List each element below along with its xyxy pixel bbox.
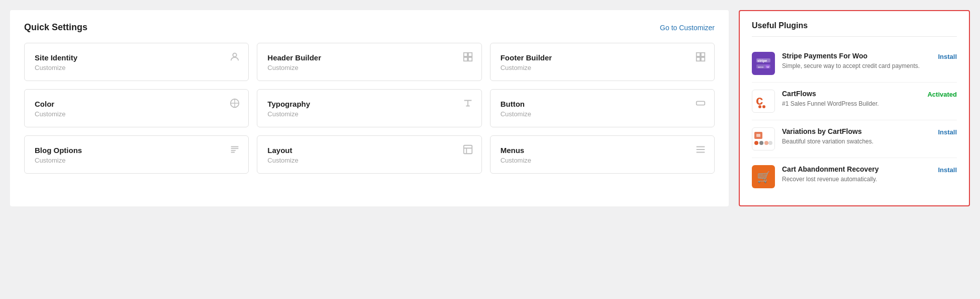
grid-icon — [695, 51, 706, 62]
svg-point-23 — [754, 141, 758, 145]
grid-item-footer-builder[interactable]: Footer Builder Customize — [490, 43, 715, 81]
color-icon — [229, 98, 240, 109]
svg-rect-22 — [756, 134, 760, 137]
quick-settings-title: Quick Settings — [24, 22, 87, 33]
stripe-plugin-desc: Simple, secure way to accept credit card… — [782, 61, 931, 70]
grid-item-sub: Customize — [501, 157, 704, 164]
grid-item-sub: Customize — [267, 110, 471, 118]
stripe-plugin-name: Stripe Payments For Woo — [782, 52, 931, 60]
go-to-customizer-link[interactable]: Go to Customizer — [660, 24, 715, 32]
cart-abandon-install-button[interactable]: Install — [938, 166, 957, 174]
grid-item-header-builder[interactable]: Header Builder Customize — [257, 43, 481, 81]
grid-item-title: Menus — [501, 146, 704, 155]
plugin-item-cart-abandon: 🛒 Cart Abandonment Recovery Recover lost… — [752, 158, 957, 195]
svg-rect-5 — [697, 53, 700, 56]
svg-rect-2 — [468, 53, 472, 56]
grid-item-sub: Customize — [35, 110, 238, 118]
grid-item-title: Site Identity — [35, 53, 238, 62]
plugin-item-cartflows: c CartFlows #1 Sales Funnel WordPress Bu… — [752, 83, 957, 120]
main-container: Quick Settings Go to Customizer Site Ide… — [10, 10, 970, 206]
cart-abandon-plugin-icon: 🛒 — [752, 165, 775, 188]
settings-grid: Site Identity Customize Header Builder C… — [24, 43, 715, 174]
grid-item-title: Layout — [267, 146, 471, 155]
grid-item-menus[interactable]: Menus Customize — [490, 135, 715, 174]
svg-point-0 — [233, 53, 237, 57]
svg-text:W: W — [766, 65, 769, 68]
grid-item-sub: Customize — [35, 157, 238, 164]
svg-rect-10 — [697, 101, 705, 105]
menu-icon — [695, 144, 706, 155]
grid-item-sub: Customize — [267, 157, 471, 164]
grid-item-sub: Customize — [35, 64, 238, 71]
type-icon — [462, 98, 473, 109]
cartflows-plugin-icon: c — [752, 90, 775, 113]
cart-abandon-plugin-name: Cart Abandonment Recovery — [782, 165, 931, 173]
variations-install-button[interactable]: Install — [938, 128, 957, 136]
grid-item-title: Button — [501, 100, 704, 108]
grid-item-layout[interactable]: Layout Customize — [257, 135, 481, 174]
grid-item-title: Typography — [267, 100, 471, 108]
useful-plugins-title: Useful Plugins — [752, 21, 957, 37]
svg-point-26 — [768, 141, 772, 145]
grid-item-title: Header Builder — [267, 53, 471, 62]
button-icon — [695, 98, 706, 109]
grid-icon — [462, 51, 473, 62]
svg-point-24 — [759, 141, 763, 145]
variations-plugin-name: Variations by CartFlows — [782, 127, 931, 135]
svg-rect-3 — [463, 57, 467, 61]
svg-rect-7 — [697, 57, 700, 61]
plugin-item-stripe: stripe woo W Stripe Payments For Woo Sim… — [752, 45, 957, 83]
cartflows-plugin-info: CartFlows #1 Sales Funnel WordPress Buil… — [782, 90, 920, 108]
variations-plugin-desc: Beautiful store variation swatches. — [782, 137, 931, 146]
user-icon — [229, 51, 240, 62]
grid-item-title: Color — [35, 100, 238, 108]
svg-rect-11 — [463, 145, 472, 154]
grid-item-sub: Customize — [501, 110, 704, 118]
svg-point-25 — [764, 141, 768, 145]
grid-item-sub: Customize — [501, 64, 704, 71]
cartflows-plugin-name: CartFlows — [782, 90, 920, 98]
grid-item-sub: Customize — [267, 64, 471, 71]
grid-item-color[interactable]: Color Customize — [24, 89, 249, 127]
cart-abandon-plugin-info: Cart Abandonment Recovery Recover lost r… — [782, 165, 931, 184]
svg-text:🛒: 🛒 — [757, 170, 771, 184]
grid-item-button[interactable]: Button Customize — [490, 89, 715, 127]
cart-abandon-plugin-desc: Recover lost revenue automatically. — [782, 175, 931, 184]
cartflows-plugin-desc: #1 Sales Funnel WordPress Builder. — [782, 99, 920, 108]
svg-rect-1 — [463, 53, 467, 56]
plugin-item-variations: Variations by CartFlows Beautiful store … — [752, 120, 957, 158]
variations-plugin-info: Variations by CartFlows Beautiful store … — [782, 127, 931, 146]
svg-rect-8 — [701, 57, 705, 61]
svg-text:woo: woo — [757, 65, 764, 68]
grid-item-blog-options[interactable]: Blog Options Customize — [24, 135, 249, 174]
layout-icon — [462, 144, 473, 155]
svg-text:stripe: stripe — [757, 59, 767, 63]
svg-point-20 — [762, 105, 765, 108]
svg-point-19 — [758, 105, 761, 108]
useful-plugins-panel: Useful Plugins stripe woo W Stripe Payme… — [739, 10, 970, 206]
stripe-plugin-info: Stripe Payments For Woo Simple, secure w… — [782, 52, 931, 70]
cartflows-activated-badge: Activated — [927, 91, 957, 98]
grid-item-typography[interactable]: Typography Customize — [257, 89, 481, 127]
stripe-install-button[interactable]: Install — [938, 53, 957, 60]
blog-icon — [229, 144, 240, 155]
grid-item-title: Blog Options — [35, 146, 238, 155]
svg-rect-4 — [468, 57, 472, 61]
quick-settings-panel: Quick Settings Go to Customizer Site Ide… — [10, 10, 729, 206]
stripe-plugin-icon: stripe woo W — [752, 52, 775, 75]
grid-item-title: Footer Builder — [501, 53, 704, 62]
grid-item-site-identity[interactable]: Site Identity Customize — [24, 43, 249, 81]
variations-plugin-icon — [752, 127, 775, 151]
svg-rect-6 — [701, 53, 705, 56]
quick-settings-header: Quick Settings Go to Customizer — [24, 22, 715, 33]
